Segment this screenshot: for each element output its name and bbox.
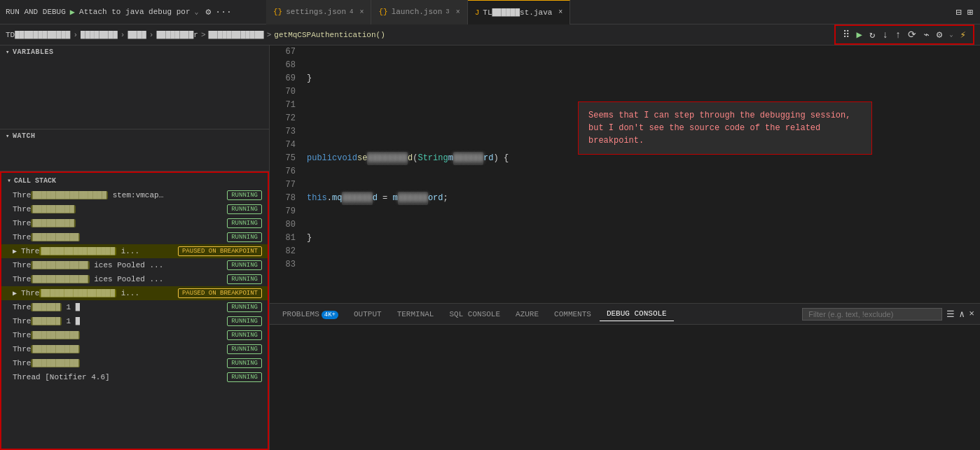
tooltip-box: Seems that I can step through the debugg…	[578, 101, 872, 155]
callstack-item-5[interactable]: Thre████████████ ices Pooled ... RUNNING	[1, 258, 268, 272]
watch-header[interactable]: ▾ WATCH	[0, 129, 269, 143]
problems-badge: 4K+	[322, 311, 338, 319]
chevron-down-dbg[interactable]: ⌄	[946, 29, 955, 40]
expand-arrow-4: ▶	[13, 247, 17, 255]
breadcrumb-item-1: TD████████████	[6, 31, 70, 39]
breadcrumb-item-3: ████	[127, 31, 146, 39]
thread-name-5: Thre████████████ ices Pooled ...	[13, 261, 163, 269]
thread-name-10: Thre██████████	[13, 331, 80, 339]
status-badge-9: RUNNING	[227, 316, 262, 326]
close-icon2[interactable]: ×	[456, 8, 460, 16]
callstack-item-2[interactable]: Thre█████████ RUNNING	[1, 216, 268, 230]
callstack-item-13[interactable]: Thread [Notifier 4.6] RUNNING	[1, 370, 268, 384]
split-editor-icon[interactable]: ⊟	[955, 6, 961, 18]
debug-controls-toolbar: ⠿ ▶ ↻ ↓ ↑ ⟳ ⌁ ⚙ ⌄ ⚡	[834, 24, 974, 45]
tab-azure[interactable]: AZURE	[509, 307, 546, 321]
chevron-up-icon[interactable]: ∧	[959, 309, 965, 320]
callstack-item-4[interactable]: ▶ Thre████████████████ i... PAUSED ON BR…	[1, 244, 268, 258]
debug-toolbar: TD████████████ › ████████ › ████ › █████…	[0, 24, 980, 45]
editor-area: 67 68 69 70 71 72 73 74 75 76 77 78 79 8…	[270, 45, 980, 303]
status-badge-13: RUNNING	[227, 372, 262, 382]
tab-launch-json[interactable]: {} launch.json 3 ×	[371, 0, 467, 24]
tooltip-text: Seems that I can step through the debugg…	[588, 111, 850, 146]
hot-replace-button[interactable]: ⚡	[958, 27, 969, 42]
play-icon[interactable]: ▶	[70, 7, 75, 17]
tab-tl-java[interactable]: J TL██████st.java ×	[468, 0, 571, 24]
code-editor: 67 68 69 70 71 72 73 74 75 76 77 78 79 8…	[270, 45, 980, 450]
thread-name-9: Thre██████ 1 █	[13, 317, 80, 325]
breadcrumb-sep4: >	[201, 31, 206, 39]
chevron-down-icon[interactable]: ⌄	[195, 8, 199, 16]
tab-num2: 3	[446, 8, 449, 15]
thread-name-2: Thre█████████	[13, 219, 76, 227]
status-badge-6: RUNNING	[227, 274, 262, 284]
breadcrumb-sep3: ›	[149, 31, 154, 39]
breadcrumb-sep1: ›	[73, 31, 78, 39]
status-badge-11: RUNNING	[227, 344, 262, 354]
tab-sql-console[interactable]: SQL CONSOLE	[442, 307, 507, 321]
variables-label: VARIABLES	[13, 48, 54, 56]
tab-settings-json[interactable]: {} settings.json 4 ×	[266, 0, 371, 24]
list-icon[interactable]: ☰	[946, 309, 955, 320]
close-icon[interactable]: ×	[359, 8, 364, 16]
configure-button[interactable]: ⚙	[934, 27, 945, 42]
breadcrumb-sep2: ›	[120, 31, 125, 39]
java-icon: J	[475, 8, 480, 17]
callstack-item-7[interactable]: ▶ Thre████████████████ i... PAUSED ON BR…	[1, 286, 268, 300]
step-over-button[interactable]: ↻	[867, 27, 878, 42]
thread-name-11: Thre██████████	[13, 345, 80, 353]
callstack-item-0[interactable]: Thre████████████████ stem:vmcap... RUNNI…	[1, 188, 268, 202]
gear-icon[interactable]: ⚙	[206, 6, 212, 17]
tab-comments[interactable]: COMMENTS	[547, 307, 598, 321]
callstack-section: ▾ CALL STACK Thre████████████████ stem:v…	[0, 171, 269, 450]
code-content[interactable]: 67 68 69 70 71 72 73 74 75 76 77 78 79 8…	[270, 45, 980, 303]
callstack-item-1[interactable]: Thre█████████ RUNNING	[1, 202, 268, 216]
main-content: ▾ VARIABLES ▾ WATCH ▾ CALL STACK Thre███…	[0, 45, 980, 450]
callstack-item-9[interactable]: Thre██████ 1 █ RUNNING	[1, 314, 268, 328]
tab-debug-console[interactable]: DEBUG CONSOLE	[600, 307, 674, 321]
watch-label: WATCH	[13, 132, 36, 140]
callstack-item-12[interactable]: Thre██████████ RUNNING	[1, 356, 268, 370]
top-right-buttons: ⊟ ⊞	[948, 6, 980, 18]
line-numbers: 67 68 69 70 71 72 73 74 75 76 77 78 79 8…	[270, 45, 301, 303]
watch-section: ▾ WATCH	[0, 129, 269, 171]
threads-grid-button[interactable]: ⠿	[840, 27, 853, 42]
callstack-label: CALL STACK	[14, 177, 56, 185]
status-badge-3: RUNNING	[227, 232, 262, 242]
step-out-button[interactable]: ↑	[892, 28, 904, 42]
code-text: } public void se████████d(String m██████…	[301, 45, 980, 303]
tab-output[interactable]: OUTPUT	[347, 307, 389, 321]
tab-terminal[interactable]: TERMINAL	[390, 307, 441, 321]
close-panel-icon[interactable]: ×	[969, 309, 974, 319]
code-line-67: }	[307, 72, 980, 85]
breadcrumb-method: getMqCSPAuthentication()	[274, 31, 385, 39]
status-badge-8: RUNNING	[227, 302, 262, 312]
breadcrumb-sep5: >	[267, 31, 272, 39]
top-bar: VARIABLES RUN AND DEBUG ▶ Attach to java…	[0, 0, 980, 24]
step-into-button[interactable]: ↓	[879, 28, 890, 42]
thread-name-4: Thre████████████████ i...	[21, 247, 139, 255]
status-badge-5: RUNNING	[227, 260, 262, 270]
status-badge-10: RUNNING	[227, 330, 262, 340]
callstack-item-3[interactable]: Thre██████████ RUNNING	[1, 230, 268, 244]
callstack-item-8[interactable]: Thre██████ 1 █ RUNNING	[1, 300, 268, 314]
debug-console-content[interactable]	[270, 325, 980, 450]
tab-problems[interactable]: PROBLEMS4K+	[275, 307, 345, 321]
tab-num: 4	[350, 8, 353, 15]
callstack-item-10[interactable]: Thre██████████ RUNNING	[1, 328, 268, 342]
debug-console-filter[interactable]	[802, 308, 942, 321]
status-badge-0: RUNNING	[227, 190, 262, 200]
debug-section: VARIABLES RUN AND DEBUG ▶ Attach to java…	[0, 6, 266, 17]
restart-button[interactable]: ⟳	[905, 27, 919, 42]
callstack-item-6[interactable]: Thre████████████ ices Pooled ... RUNNING	[1, 272, 268, 286]
close-icon3[interactable]: ×	[558, 8, 563, 16]
variables-section: ▾ VARIABLES	[0, 45, 269, 129]
tab-label: settings.json	[286, 8, 346, 16]
thread-name-0: Thre████████████████ stem:vmcap...	[13, 191, 167, 199]
variables-header[interactable]: ▾ VARIABLES	[0, 45, 269, 59]
layout-icon[interactable]: ⊞	[967, 6, 973, 18]
continue-button[interactable]: ▶	[854, 27, 865, 42]
ellipsis-icon[interactable]: ···	[215, 7, 231, 17]
callstack-item-11[interactable]: Thre██████████ RUNNING	[1, 342, 268, 356]
disconnect-button[interactable]: ⌁	[920, 27, 932, 42]
